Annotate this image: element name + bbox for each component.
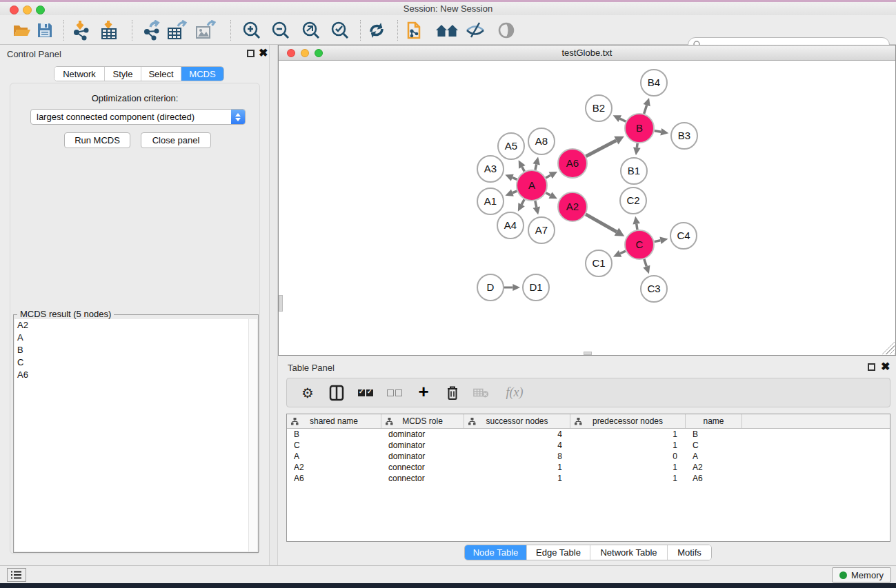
task-history-button[interactable] (7, 568, 26, 582)
zoom-in-icon[interactable] (241, 20, 262, 41)
close-panel-button[interactable]: Close panel (141, 132, 211, 148)
edge-A-A8[interactable] (535, 164, 537, 170)
table-cell[interactable]: B (686, 429, 742, 439)
optimization-criterion-dropdown[interactable]: largest connected component (directed) (30, 109, 246, 125)
edge-C-C1[interactable] (620, 251, 626, 254)
table-row[interactable]: Cdominator41C (287, 440, 890, 451)
table-row[interactable]: A2connector11A2 (287, 462, 890, 473)
column-header-successor-nodes[interactable]: successor nodes (464, 414, 570, 428)
select-all-checkboxes-icon[interactable] (357, 384, 374, 402)
network-document-icon[interactable] (405, 20, 426, 41)
column-header-name[interactable]: name (686, 414, 742, 428)
table-cell[interactable]: 1 (570, 474, 686, 483)
edge-A-A7[interactable] (535, 201, 537, 207)
network-canvas[interactable]: AA1A2A3A4A5A6A7A8BB1B2B3B4CC1C2C3C4DD1 (279, 61, 895, 355)
canvas-bottom-scrollbar[interactable] (584, 352, 592, 355)
edge-B-B3[interactable] (655, 131, 661, 132)
table-cell[interactable]: connector (381, 474, 464, 483)
table-cell[interactable]: C (686, 440, 742, 450)
table-cell[interactable]: 4 (464, 440, 570, 450)
result-list-item[interactable]: A2 (14, 319, 248, 332)
show-details-icon[interactable] (496, 20, 517, 41)
zoom-out-icon[interactable] (270, 20, 291, 41)
table-cell[interactable]: connector (381, 463, 464, 472)
table-cell[interactable]: A2 (287, 463, 381, 472)
table-cell[interactable]: 0 (570, 452, 686, 461)
table-cell[interactable]: C (287, 440, 381, 450)
close-panel-icon[interactable]: ✖ (259, 46, 268, 59)
memory-button[interactable]: Memory (832, 567, 891, 582)
table-cell[interactable]: A6 (287, 474, 381, 483)
table-cell[interactable]: 1 (570, 463, 686, 472)
add-column-icon[interactable]: + (415, 384, 432, 402)
table-cell[interactable]: B (287, 429, 381, 439)
home-icon[interactable] (435, 20, 459, 41)
run-mcds-button[interactable]: Run MCDS (64, 132, 130, 148)
tab-motifs[interactable]: Motifs (668, 545, 711, 560)
tab-edge-table[interactable]: Edge Table (527, 545, 590, 560)
table-cell[interactable]: A (287, 452, 381, 461)
table-cell[interactable]: 1 (570, 440, 686, 450)
table-cell[interactable]: 1 (464, 463, 570, 472)
table-cell[interactable]: A6 (686, 474, 742, 483)
tab-style[interactable]: Style (105, 67, 141, 81)
result-list-item[interactable]: A6 (14, 369, 248, 381)
import-table-icon[interactable] (99, 20, 119, 41)
column-header-shared-name[interactable]: shared name (287, 414, 381, 428)
tab-mcds[interactable]: MCDS (181, 67, 223, 81)
edge-A6-B[interactable] (586, 141, 616, 156)
result-list-item[interactable]: B (14, 344, 248, 356)
export-image-icon[interactable] (195, 20, 216, 41)
edge-A-A1[interactable] (512, 191, 517, 193)
zoom-selected-icon[interactable] (330, 20, 350, 41)
edge-B-B1[interactable] (637, 143, 637, 148)
result-list-item[interactable]: A (14, 332, 248, 344)
edge-A-A5[interactable] (522, 167, 524, 171)
edge-C-C2[interactable] (637, 224, 637, 230)
table-row[interactable]: Adominator80A (287, 451, 890, 462)
table-cell[interactable]: 8 (464, 452, 570, 461)
edge-A2-C[interactable] (586, 214, 617, 232)
vertical-splitter[interactable] (269, 45, 278, 565)
float-panel-icon[interactable] (247, 50, 255, 57)
table-cell[interactable]: dominator (381, 440, 464, 450)
table-cell[interactable]: A2 (686, 463, 742, 472)
hide-details-icon[interactable] (465, 20, 486, 41)
tab-node-table[interactable]: Node Table (465, 545, 527, 560)
column-header-MCDS-role[interactable]: MCDS role (381, 414, 464, 428)
open-session-icon[interactable] (12, 20, 32, 41)
edge-B-B4[interactable] (644, 105, 647, 114)
deselect-all-checkboxes-icon[interactable] (386, 384, 403, 402)
edge-A-A6[interactable] (546, 175, 550, 178)
table-cell[interactable]: 4 (464, 429, 570, 439)
edge-C-C3[interactable] (644, 259, 646, 267)
import-network-icon[interactable] (71, 20, 92, 41)
table-cell[interactable]: 1 (570, 429, 686, 439)
network-window-titlebar[interactable]: testGlobe.txt (279, 45, 895, 61)
columns-icon[interactable] (328, 384, 345, 402)
table-cell[interactable]: dominator (381, 452, 464, 461)
table-cell[interactable]: dominator (381, 429, 464, 439)
export-table-icon[interactable] (167, 20, 188, 41)
delete-column-icon[interactable] (444, 384, 461, 402)
result-list-item[interactable]: C (14, 356, 248, 369)
canvas-left-scrollbar[interactable] (279, 295, 283, 312)
float-table-panel-icon[interactable] (868, 363, 875, 371)
edge-C-C4[interactable] (655, 241, 661, 242)
refresh-layout-icon[interactable] (366, 20, 387, 41)
edge-B-B2[interactable] (620, 119, 626, 121)
tab-network-table[interactable]: Network Table (590, 545, 668, 560)
edge-A-A2[interactable] (546, 193, 550, 195)
zoom-fit-icon[interactable] (301, 20, 321, 41)
table-row[interactable]: A6connector11A6 (287, 473, 890, 484)
tab-network[interactable]: Network (54, 67, 105, 81)
edge-A-A3[interactable] (512, 178, 517, 180)
table-cell[interactable]: A (686, 452, 742, 461)
close-table-panel-icon[interactable]: ✖ (881, 360, 890, 373)
save-session-icon[interactable] (34, 20, 55, 41)
tab-select[interactable]: Select (141, 67, 181, 81)
edge-A-A4[interactable] (521, 199, 524, 205)
export-network-icon[interactable] (141, 20, 162, 41)
table-cell[interactable]: 1 (464, 474, 570, 483)
table-row[interactable]: Bdominator41B (287, 429, 890, 440)
